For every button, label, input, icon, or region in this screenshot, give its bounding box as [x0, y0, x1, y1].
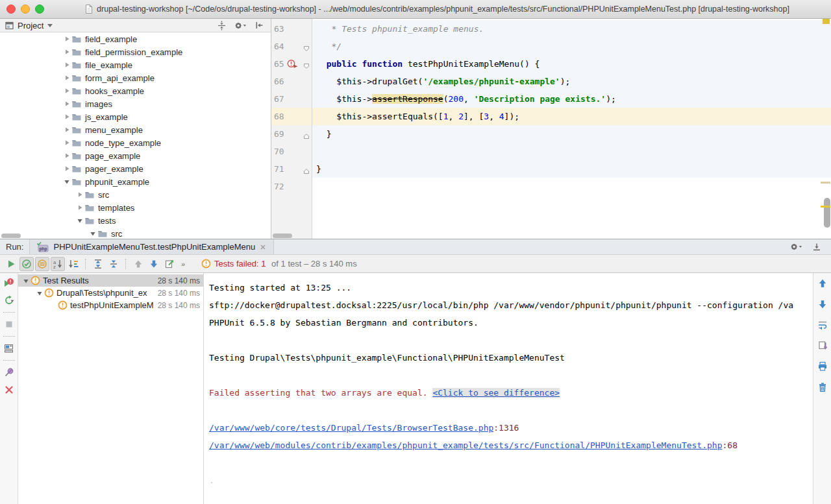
project-horizontal-scrollbar[interactable] [1, 234, 21, 238]
project-tree-item[interactable]: page_example [0, 149, 271, 162]
scroll-from-source-button[interactable] [215, 19, 228, 32]
project-tree-item[interactable]: tests [0, 214, 271, 227]
code-line[interactable]: */ [316, 38, 831, 55]
error-stripe-mark[interactable] [821, 182, 830, 184]
import-test-results-button[interactable] [162, 257, 177, 271]
code-line[interactable]: $this->assertEquals([1, 2], [3, 4]); [316, 108, 831, 125]
test-tree-item[interactable]: Drupal\Tests\phpunit_ex28 s 140 ms [18, 287, 203, 299]
warning-stripe-mark[interactable] [821, 206, 830, 208]
chevron-right-icon[interactable] [62, 74, 71, 82]
code-line[interactable]: $this->drupalGet('/examples/phpunit-exam… [316, 73, 831, 90]
project-tree-item[interactable]: js_example [0, 110, 271, 123]
sort-alphabetically-toggle[interactable]: az [51, 257, 65, 271]
print-button[interactable] [816, 360, 829, 373]
project-tree-item[interactable]: menu_example [0, 123, 271, 136]
project-tree-item[interactable]: src [0, 188, 271, 201]
chevron-right-icon[interactable] [62, 139, 71, 147]
close-icon[interactable] [259, 243, 267, 251]
sort-by-duration-toggle[interactable] [66, 257, 81, 271]
pin-tab-button[interactable] [3, 366, 16, 379]
up-stack-trace-button[interactable] [816, 277, 829, 290]
code-line[interactable] [316, 178, 831, 195]
project-tree-item[interactable]: field_permission_example [0, 45, 271, 58]
chevron-right-icon[interactable] [62, 126, 71, 134]
chevron-right-icon[interactable] [62, 165, 71, 173]
code-line[interactable]: } [316, 125, 831, 143]
minimize-window-button[interactable] [21, 5, 30, 14]
code-line[interactable]: $this->assertResponse(200, 'Description … [316, 90, 831, 108]
scroll-to-end-button[interactable] [816, 339, 829, 352]
chevron-down-icon[interactable] [62, 178, 71, 186]
expand-all-button[interactable] [91, 257, 105, 271]
chevron-right-icon[interactable] [62, 87, 71, 95]
project-tree-item[interactable]: hooks_example [0, 84, 271, 97]
code-editor[interactable]: * Tests phpunit_example menus. */ public… [271, 19, 831, 239]
run-settings-button[interactable] [789, 241, 802, 254]
fold-marker-icon[interactable] [303, 165, 310, 177]
chevron-down-icon[interactable] [21, 277, 31, 285]
rerun-failed-tests-button[interactable] [3, 276, 16, 289]
next-failed-test-button[interactable] [147, 257, 161, 271]
show-passed-toggle[interactable] [19, 257, 34, 271]
test-tree-item[interactable]: testPhpUnitExampleM28 s 140 ms [18, 299, 203, 311]
project-tree-item[interactable]: images [0, 97, 271, 110]
editor-horizontal-scrollbar[interactable] [273, 234, 292, 238]
project-settings-button[interactable] [234, 19, 247, 32]
stop-button[interactable] [3, 318, 16, 331]
code-line[interactable]: public function testPhpUnitExampleMenu()… [316, 55, 831, 73]
file-link[interactable]: /var/www/web/core/tests/Drupal/Tests/Bro… [209, 423, 493, 433]
run-configuration-tab[interactable]: php PHPUnitExampleMenuTest.testPhpUnitEx… [29, 239, 274, 254]
previous-failed-test-button[interactable] [131, 257, 145, 271]
chevron-right-icon[interactable] [75, 191, 84, 198]
chevron-right-icon[interactable] [62, 152, 71, 160]
close-window-button[interactable] [6, 5, 16, 14]
chevron-down-icon[interactable] [75, 217, 84, 224]
collapse-all-button[interactable] [106, 257, 121, 271]
code-line[interactable] [316, 143, 831, 160]
project-tree-item[interactable]: templates [0, 201, 271, 214]
chevron-down-icon[interactable] [88, 230, 97, 237]
chevron-right-icon[interactable] [62, 113, 71, 121]
chevron-down-icon[interactable] [47, 24, 53, 27]
chevron-right-icon[interactable] [75, 204, 84, 211]
rerun-button[interactable] [3, 294, 16, 307]
soft-wrap-toggle[interactable] [816, 318, 829, 331]
inspection-status-icon[interactable] [823, 19, 830, 24]
hide-project-panel-button[interactable] [253, 19, 266, 32]
zoom-window-button[interactable] [35, 5, 44, 14]
failed-test-icon[interactable] [287, 59, 299, 71]
fold-marker-icon[interactable] [303, 60, 310, 72]
project-panel-header[interactable]: Project [0, 19, 271, 32]
chevron-right-icon[interactable] [62, 48, 71, 56]
project-tree-item[interactable]: src [0, 227, 271, 239]
console-line: Testing started at 13:25 ... [209, 279, 813, 296]
down-stack-trace-button[interactable] [816, 298, 829, 311]
chevron-right-icon[interactable] [62, 61, 71, 69]
project-tree-item[interactable]: field_example [0, 32, 271, 45]
hide-run-panel-button[interactable] [810, 241, 823, 254]
close-tab-button[interactable] [3, 383, 16, 396]
chevron-down-icon[interactable] [34, 289, 44, 297]
rerun-tests-button[interactable] [4, 257, 18, 271]
clear-all-button[interactable] [816, 381, 829, 394]
restore-layout-button[interactable] [3, 342, 16, 355]
chevron-right-icon[interactable] [62, 100, 71, 108]
project-tree-item[interactable]: file_example [0, 58, 271, 71]
editor-vertical-scrollbar[interactable] [824, 198, 830, 228]
chevron-right-icon[interactable] [62, 35, 71, 43]
project-tree-item[interactable]: form_api_example [0, 71, 271, 84]
project-tree-item[interactable]: node_type_example [0, 136, 271, 149]
file-link[interactable]: /var/www/web/modules/contrib/examples/ph… [209, 440, 723, 450]
code-line[interactable]: * Tests phpunit_example menus. [316, 20, 831, 38]
project-tree-item[interactable]: phpunit_example [0, 175, 271, 188]
fold-marker-icon[interactable] [303, 43, 310, 54]
test-tree-item[interactable]: Test Results28 s 140 ms [18, 274, 203, 287]
show-ignored-toggle[interactable] [35, 257, 49, 271]
test-console-output[interactable]: Testing started at 13:25 ...sftp://docke… [204, 273, 813, 504]
diff-link[interactable]: <Click to see difference> [432, 388, 560, 398]
project-tree-item[interactable]: pager_example [0, 162, 271, 175]
run-tab-title: PHPUnitExampleMenuTest.testPhpUnitExampl… [53, 242, 255, 252]
fold-marker-icon[interactable] [303, 130, 310, 142]
more-actions-button[interactable]: » [178, 257, 192, 271]
code-line[interactable]: } [316, 160, 831, 178]
